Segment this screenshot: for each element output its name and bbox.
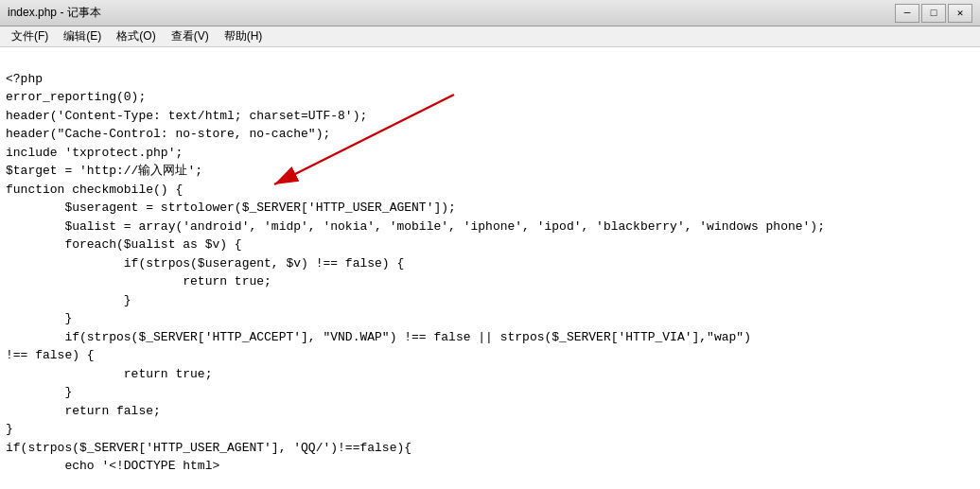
menu-view[interactable]: 查看(V): [164, 26, 217, 46]
menu-help[interactable]: 帮助(H): [217, 26, 271, 46]
menu-file[interactable]: 文件(F): [4, 26, 56, 46]
menu-edit[interactable]: 编辑(E): [56, 26, 109, 46]
minimize-button[interactable]: ─: [895, 4, 919, 23]
window: index.php - 记事本 ─ □ ✕ 文件(F) 编辑(E) 格式(O) …: [0, 0, 980, 489]
window-title: index.php - 记事本: [8, 5, 101, 21]
window-controls: ─ □ ✕: [895, 4, 972, 23]
menu-format[interactable]: 格式(O): [109, 26, 163, 46]
titlebar: index.php - 记事本 ─ □ ✕: [0, 0, 980, 26]
restore-button[interactable]: □: [921, 4, 946, 23]
close-button[interactable]: ✕: [948, 4, 972, 23]
menubar: 文件(F) 编辑(E) 格式(O) 查看(V) 帮助(H): [0, 26, 980, 47]
code-editor[interactable]: <?php error_reporting(0); header('Conten…: [0, 47, 980, 489]
code-line-1: <?php error_reporting(0); header('Conten…: [6, 72, 825, 474]
